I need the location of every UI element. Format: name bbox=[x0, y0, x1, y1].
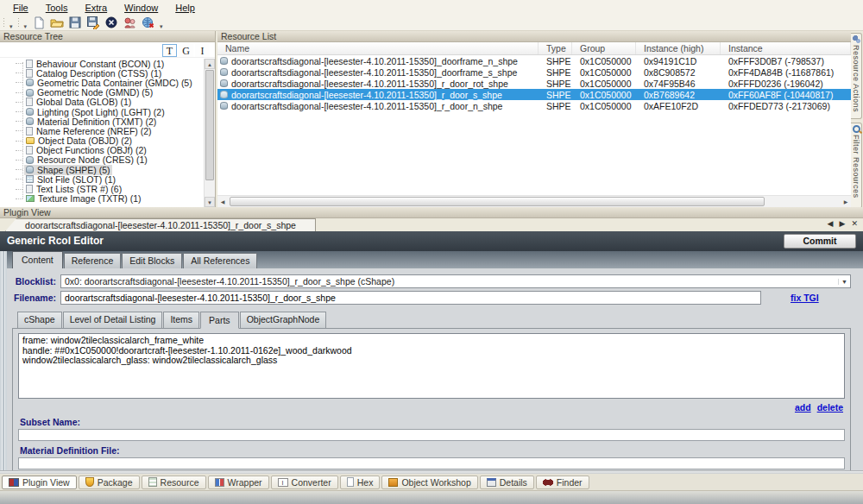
tree-item[interactable]: Object Data (OBJD) (2) bbox=[0, 136, 204, 146]
filter-type-button[interactable]: T bbox=[162, 44, 177, 57]
toolbar-grip[interactable] bbox=[17, 17, 20, 28]
tree-item[interactable]: Texture Image (TXTR) (1) bbox=[0, 194, 204, 204]
tab-finder[interactable]: Finder bbox=[536, 476, 589, 489]
scrollbar-thumb[interactable] bbox=[230, 197, 765, 206]
tab-content[interactable]: Content bbox=[12, 251, 63, 268]
tab-reference[interactable]: Reference bbox=[64, 253, 121, 268]
menu-help[interactable]: Help bbox=[167, 2, 203, 14]
tree-item-shape-selected[interactable]: Shape (SHPE) (5) bbox=[0, 165, 204, 174]
tab-filter-resources[interactable]: Filter Resources bbox=[851, 123, 862, 209]
fix-tgi-link[interactable]: fix TGI bbox=[791, 293, 819, 303]
menu-window[interactable]: Window bbox=[117, 2, 166, 14]
toolbar-grip[interactable] bbox=[3, 17, 5, 28]
parts-textarea[interactable]: frame: window2tileclassicalarch_frame_wh… bbox=[18, 333, 845, 399]
table-row-selected[interactable]: doorartscraftsdiagonal-[leesester-4.10.2… bbox=[217, 89, 851, 100]
subset-name-input[interactable] bbox=[18, 429, 845, 441]
toolbar-overflow-icon[interactable]: ▾ bbox=[22, 23, 29, 30]
close-package-icon[interactable] bbox=[104, 16, 119, 30]
scroll-up-icon[interactable]: ▲ bbox=[205, 59, 215, 69]
table-row[interactable]: doorartscraftsdiagonal-[leesester-4.10.2… bbox=[217, 66, 851, 78]
toolbar-overflow-icon[interactable]: ▾ bbox=[158, 23, 165, 30]
column-header-instance-high[interactable]: Instance (high) bbox=[636, 42, 721, 54]
tree-item[interactable]: Resource Node (CRES) (1) bbox=[0, 155, 204, 165]
object-workshop-icon[interactable] bbox=[122, 16, 137, 30]
tab-edit-blocks[interactable]: Edit Blocks bbox=[122, 253, 182, 268]
table-row[interactable]: doorartscraftsdiagonal-[leesester-4.10.2… bbox=[217, 100, 851, 111]
menu-extra[interactable]: Extra bbox=[77, 2, 115, 14]
column-header-group[interactable]: Group bbox=[572, 42, 636, 54]
tab-items[interactable]: Items bbox=[163, 312, 199, 329]
save-icon[interactable] bbox=[67, 16, 83, 30]
tree-item[interactable]: Catalog Description (CTSS) (1) bbox=[0, 68, 204, 78]
tree-item[interactable]: Text Lists (STR #) (6) bbox=[0, 184, 204, 193]
tab-object-workshop[interactable]: Object Workshop bbox=[381, 476, 477, 489]
tree-item[interactable]: Material Definition (TXMT) (2) bbox=[0, 117, 204, 126]
resource-tree: Behaviour Constant (BCON) (1) Catalog De… bbox=[0, 59, 204, 207]
tab-parts[interactable]: Parts bbox=[200, 312, 239, 329]
tab-plugin-view[interactable]: Plugin View bbox=[2, 476, 77, 489]
tree-item[interactable]: Slot File (SLOT) (1) bbox=[0, 174, 204, 184]
filename-input[interactable] bbox=[60, 291, 761, 305]
save-as-icon[interactable] bbox=[85, 16, 101, 30]
new-document-icon[interactable] bbox=[31, 16, 47, 30]
open-folder-icon[interactable] bbox=[49, 16, 65, 30]
column-header-instance[interactable]: Instance bbox=[721, 42, 851, 54]
tab-objectgraphnode[interactable]: ObjectGraphNode bbox=[240, 312, 327, 329]
filter-instance-button[interactable]: I bbox=[195, 44, 210, 57]
close-tab-icon[interactable]: ✕ bbox=[851, 219, 858, 228]
tab-details[interactable]: Details bbox=[480, 476, 534, 489]
table-row[interactable]: doorartscraftsdiagonal-[leesester-4.10.2… bbox=[217, 55, 851, 66]
resource-list-title: Resource List bbox=[217, 31, 851, 42]
tree-item[interactable]: Behaviour Constant (BCON) (1) bbox=[0, 59, 204, 68]
magnifier-icon bbox=[853, 125, 860, 133]
scroll-down-icon[interactable]: ▼ bbox=[205, 197, 215, 207]
chevron-down-icon[interactable]: ▼ bbox=[838, 279, 850, 285]
status-tab-bar: Plugin View Package Resource Wrapper ICo… bbox=[0, 474, 863, 491]
table-row[interactable]: doorartscraftsdiagonal-[leesester-4.10.2… bbox=[217, 78, 851, 89]
tab-converter[interactable]: IConverter bbox=[271, 476, 338, 489]
tab-scroll-back-icon[interactable]: ◀ bbox=[828, 219, 834, 228]
delete-link[interactable]: delete bbox=[817, 402, 843, 413]
resource-list-panel: Resource List Name Type Group Instance (… bbox=[217, 31, 851, 207]
tab-all-references[interactable]: All References bbox=[183, 253, 257, 268]
add-link[interactable]: add bbox=[795, 402, 811, 413]
hex-icon bbox=[347, 477, 354, 487]
tab-scroll-forward-icon[interactable]: ▶ bbox=[840, 219, 846, 228]
side-tab-strip: Resource Actions Filter Resources bbox=[851, 31, 863, 207]
toolbar-overflow-icon[interactable]: ▾ bbox=[8, 23, 15, 30]
tab-level-of-detail-listing[interactable]: Level of Detail Listing bbox=[63, 312, 163, 329]
blocklist-dropdown[interactable]: 0x0: doorartscraftsdiagonal-[leesester-4… bbox=[60, 274, 851, 288]
tree-item[interactable]: Name Reference (NREF) (2) bbox=[0, 126, 204, 135]
document-tab[interactable]: doorartscraftsdiagonal-[leesester-4.10.2… bbox=[5, 218, 316, 231]
wrapper-icon bbox=[215, 478, 224, 487]
tree-item[interactable]: Lighting (Spot Light) (LGHT) (2) bbox=[0, 107, 204, 117]
scroll-left-icon[interactable]: ◀ bbox=[217, 197, 228, 207]
document-icon bbox=[26, 60, 33, 68]
scrollbar-thumb[interactable] bbox=[205, 70, 214, 180]
tree-item[interactable]: Geometric Data Container (GMDC) (5) bbox=[0, 78, 204, 87]
block-sub-tabs: cShape Level of Detail Listing Items Par… bbox=[17, 312, 851, 329]
tree-item[interactable]: Global Data (GLOB) (1) bbox=[0, 98, 204, 107]
scroll-right-icon[interactable]: ▶ bbox=[841, 197, 851, 207]
tab-resource[interactable]: Resource bbox=[142, 476, 206, 489]
list-horizontal-scrollbar[interactable]: ◀ ▶ bbox=[217, 195, 851, 207]
details-icon bbox=[487, 478, 496, 487]
tree-vertical-scrollbar[interactable]: ▲ ▼ bbox=[204, 59, 215, 207]
menu-tools[interactable]: Tools bbox=[38, 2, 76, 14]
plugin-view-title: Plugin View bbox=[0, 207, 863, 218]
web-disabled-icon[interactable] bbox=[140, 16, 155, 30]
tab-cshape[interactable]: cShape bbox=[17, 312, 62, 329]
filter-group-button[interactable]: G bbox=[179, 44, 193, 57]
tab-package[interactable]: Package bbox=[79, 476, 140, 489]
shape-resource-icon bbox=[220, 57, 228, 65]
column-header-name[interactable]: Name bbox=[217, 42, 539, 54]
tab-resource-actions[interactable]: Resource Actions bbox=[851, 33, 862, 119]
tree-item[interactable]: Geometric Node (GMND) (5) bbox=[0, 88, 204, 98]
tree-item[interactable]: Object Functions (OBJf) (2) bbox=[0, 146, 204, 155]
tab-wrapper[interactable]: Wrapper bbox=[208, 476, 269, 489]
tab-hex[interactable]: Hex bbox=[340, 476, 381, 489]
column-header-type[interactable]: Type bbox=[539, 42, 572, 54]
material-definition-file-input[interactable] bbox=[18, 457, 845, 469]
menu-file[interactable]: File bbox=[5, 2, 36, 14]
commit-button[interactable]: Commit bbox=[784, 234, 856, 249]
